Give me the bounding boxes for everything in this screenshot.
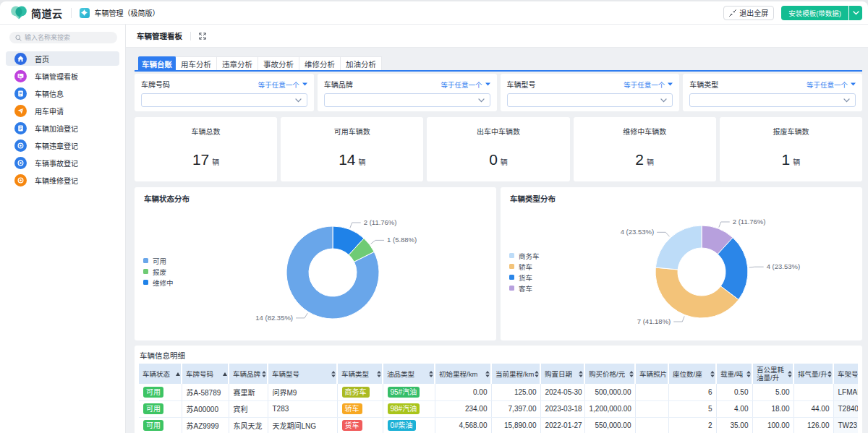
cell-车牌号码: 苏A00000 bbox=[182, 400, 229, 417]
cell-百公里耗油量/升: 5.00 bbox=[752, 384, 793, 400]
sidebar-item-车辆违章登记[interactable]: 车辆违章登记 bbox=[6, 138, 119, 153]
status-badge: 货车 bbox=[342, 420, 362, 431]
status-badge: 98#汽油 bbox=[388, 403, 420, 414]
sort-asc-icon bbox=[176, 372, 180, 376]
stat-value: 17辆 bbox=[192, 151, 219, 168]
sidebar-item-车辆信息[interactable]: 车辆信息 bbox=[6, 86, 119, 100]
table-row[interactable]: 可用苏AZ9999东风天龙天龙期间LNG货车0#柴油4,568.0015,890… bbox=[139, 417, 858, 433]
slice-leader-line bbox=[657, 232, 669, 236]
column-label: 车辆型号 bbox=[272, 370, 299, 378]
cell-当前里程/km: 7,397.00 bbox=[491, 400, 540, 417]
cell-座位数/座: 5 bbox=[668, 400, 716, 417]
cell-初始里程/km: 234.00 bbox=[435, 400, 491, 417]
slice-leader-line bbox=[719, 222, 730, 227]
column-header-车辆型号[interactable]: 车辆型号 bbox=[268, 364, 337, 384]
search-icon bbox=[15, 35, 22, 41]
current-app[interactable]: 车辆管理（极简版） bbox=[80, 7, 160, 18]
filter-label: 车辆类型 bbox=[689, 79, 718, 90]
sidebar-item-label: 车辆维修登记 bbox=[35, 175, 78, 186]
app-frame: 简道云 车辆管理（极简版） 退出全屏 bbox=[0, 0, 868, 433]
slice-label-客车: 2 (11.76%) bbox=[733, 218, 766, 226]
brand-name: 简道云 bbox=[31, 6, 63, 20]
column-header-当前里程/km[interactable]: 当前里程/km bbox=[491, 364, 540, 384]
column-header-油品类型[interactable]: 油品类型 bbox=[383, 364, 435, 384]
stat-value: 0辆 bbox=[489, 151, 508, 168]
tab-维修分析[interactable]: 维修分析 bbox=[299, 56, 341, 70]
filter-head: 车辆品牌等于任意一个 bbox=[324, 79, 490, 90]
cell-购置日期: 2023-03-18 bbox=[540, 400, 584, 417]
filter-label: 车牌号码 bbox=[141, 79, 170, 90]
fullscreen-expand-icon[interactable] bbox=[199, 33, 206, 40]
filter-车辆品牌: 车辆品牌等于任意一个 bbox=[318, 74, 497, 111]
column-label: 座位数/座 bbox=[673, 370, 702, 378]
install-template-button[interactable]: 安装模板(带数据) bbox=[781, 6, 848, 20]
sidebar-item-车辆管理看板[interactable]: 车辆管理看板 bbox=[6, 69, 119, 83]
column-header-车辆品牌[interactable]: 车辆品牌 bbox=[229, 364, 268, 384]
sidebar-item-车辆加油登记[interactable]: 车辆加油登记 bbox=[6, 121, 119, 135]
cell-排气量/升: 126.00 bbox=[793, 417, 833, 433]
cell-车辆类型: 轿车 bbox=[337, 400, 383, 417]
filter-select[interactable] bbox=[324, 93, 490, 107]
donut-chart-车辆状态分布: 2 (11.76%)1 (5.88%)14 (82.35%) bbox=[135, 187, 496, 340]
sidebar-item-车辆维修登记[interactable]: 车辆维修登记 bbox=[6, 173, 119, 187]
cell-车辆照片 bbox=[635, 417, 668, 433]
column-header-座位数/座[interactable]: 座位数/座 bbox=[668, 364, 716, 384]
table-row[interactable]: 可用苏A00000宾利T283轿车98#汽油234.007,397.002023… bbox=[139, 400, 858, 417]
column-label: 初始里程/km bbox=[439, 370, 477, 378]
tab-用车分析[interactable]: 用车分析 bbox=[175, 56, 217, 70]
filter-operator-label: 等于任意一个 bbox=[624, 80, 665, 90]
cell-购置日期: 2024-05-30 bbox=[540, 384, 584, 400]
column-label: 车辆类型 bbox=[341, 370, 369, 378]
filter-operator[interactable]: 等于任意一个 bbox=[624, 80, 673, 90]
sidebar-item-首页[interactable]: 首页 bbox=[6, 51, 119, 66]
column-header-车辆类型[interactable]: 车辆类型 bbox=[337, 364, 383, 384]
cell-车辆状态: 可用 bbox=[139, 417, 182, 433]
filter-select[interactable] bbox=[689, 93, 856, 107]
sort-icon bbox=[579, 371, 583, 377]
column-header-初始里程/km[interactable]: 初始里程/km bbox=[435, 364, 491, 384]
slice-label-维修中: 2 (11.76%) bbox=[364, 218, 397, 226]
sidebar-item-车辆事故登记[interactable]: 车辆事故登记 bbox=[6, 155, 119, 170]
tab-加油分析[interactable]: 加油分析 bbox=[340, 56, 382, 70]
cell-购买价格/元: 1,200,000.00 bbox=[584, 400, 635, 417]
slice-leader-line bbox=[350, 223, 361, 228]
cell-车牌号码: 苏A-58789 bbox=[182, 384, 229, 400]
search-input[interactable] bbox=[25, 34, 111, 41]
filter-operator[interactable]: 等于任意一个 bbox=[807, 80, 856, 90]
filter-operator[interactable]: 等于任意一个 bbox=[258, 80, 307, 90]
filter-head: 车辆类型等于任意一个 bbox=[689, 79, 856, 90]
page-header-divider bbox=[190, 32, 191, 40]
table-container: 车辆状态车牌号码车辆品牌车辆型号车辆类型油品类型初始里程/km当前里程/km购置… bbox=[139, 364, 858, 433]
stat-unit: 辆 bbox=[358, 156, 365, 167]
tab-车辆台账[interactable]: 车辆台账 bbox=[138, 56, 176, 70]
column-header-车牌号码[interactable]: 车牌号码 bbox=[182, 364, 229, 384]
filter-operator[interactable]: 等于任意一个 bbox=[441, 80, 490, 90]
column-header-inner: 车牌号码 bbox=[182, 370, 228, 378]
install-template-caret-button[interactable] bbox=[849, 6, 862, 20]
exit-fullscreen-button[interactable]: 退出全屏 bbox=[723, 6, 774, 20]
filter-label: 车辆品牌 bbox=[324, 79, 353, 90]
column-header-载重/吨[interactable]: 载重/吨 bbox=[716, 364, 752, 384]
column-label: 购置日期 bbox=[545, 370, 572, 378]
column-header-百公里耗油量/升[interactable]: 百公里耗油量/升 bbox=[752, 364, 793, 384]
charts-row: 车辆状态分布可用报废维修中2 (11.76%)1 (5.88%)14 (82.3… bbox=[135, 187, 862, 340]
column-header-车辆照片[interactable]: 车辆照片 bbox=[635, 364, 668, 384]
column-header-购置日期[interactable]: 购置日期 bbox=[540, 364, 584, 384]
column-header-车辆状态[interactable]: 车辆状态 bbox=[139, 364, 182, 384]
cell-车辆类型: 商务车 bbox=[337, 384, 383, 400]
slice-leader-line bbox=[749, 267, 764, 267]
column-header-车架号[interactable]: 车架号 bbox=[833, 364, 858, 384]
filter-select[interactable] bbox=[141, 93, 307, 107]
table-header-row: 车辆状态车牌号码车辆品牌车辆型号车辆类型油品类型初始里程/km当前里程/km购置… bbox=[139, 364, 858, 384]
column-label: 百公里耗油量/升 bbox=[757, 366, 788, 382]
filter-select[interactable] bbox=[507, 93, 673, 107]
column-header-排气量/升[interactable]: 排气量/升 bbox=[793, 364, 833, 384]
column-header-购买价格/元[interactable]: 购买价格/元 bbox=[584, 364, 635, 384]
tab-违章分析[interactable]: 违章分析 bbox=[216, 56, 258, 70]
table-row[interactable]: 可用苏A-58789赛里斯问界M9商务车95#汽油0.00125.002024-… bbox=[139, 384, 858, 400]
tab-事故分析[interactable]: 事故分析 bbox=[258, 56, 299, 70]
brand[interactable]: 简道云 bbox=[11, 6, 63, 20]
sidebar-item-用车申请[interactable]: 用车申请 bbox=[6, 103, 119, 118]
cell-百公里耗油量/升: 18.00 bbox=[752, 400, 793, 417]
sidebar-search[interactable] bbox=[9, 32, 117, 43]
